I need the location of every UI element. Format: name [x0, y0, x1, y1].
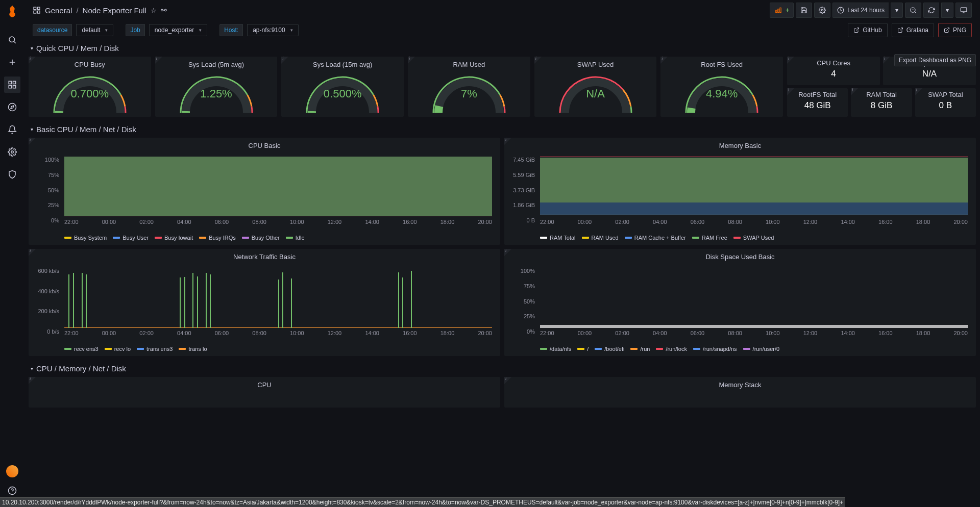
zoom-out-button[interactable] — [905, 3, 921, 18]
stat-ram_total[interactable]: i RAM Total 8 GiB — [851, 88, 912, 117]
alerting-icon[interactable] — [4, 121, 20, 138]
refresh-interval-dropdown[interactable]: ▾ — [941, 3, 953, 18]
legend-item[interactable]: /boot/efi — [595, 346, 624, 352]
svg-point-0 — [9, 37, 15, 42]
breadcrumb-dashboard[interactable]: Node Exporter Full — [83, 6, 146, 15]
svg-point-8 — [9, 104, 16, 111]
stat-swap_total[interactable]: i SWAP Total 0 B — [915, 88, 976, 117]
svg-line-30 — [946, 28, 949, 31]
dashboards-small-icon — [33, 6, 41, 14]
gauge-sys5[interactable]: i Sys Load (5m avg) 1.25% — [155, 57, 278, 117]
panel-memory-stack[interactable]: i Memory Stack — [504, 377, 976, 408]
refresh-button[interactable] — [923, 3, 939, 18]
stat-rootfs_total[interactable]: i RootFS Total 48 GiB — [787, 88, 848, 117]
panel-memory-basic[interactable]: i Memory Basic 7.45 GiB5.59 GiB3.73 GiB1… — [504, 138, 976, 245]
legend-item[interactable]: RAM Used — [582, 235, 619, 241]
svg-rect-7 — [13, 86, 16, 88]
svg-rect-15 — [34, 11, 36, 13]
legend-item[interactable]: Busy IRQs — [199, 235, 236, 241]
row-basic-cpu[interactable]: ▾Basic CPU / Mem / Net / Disk — [29, 121, 976, 138]
svg-line-1 — [14, 41, 15, 43]
panel-cpu-basic[interactable]: i CPU Basic 100%75%50%25%0% 22:0000:0002… — [29, 138, 500, 245]
legend-item[interactable]: /run — [630, 346, 650, 352]
link-png[interactable]: PNG — [938, 23, 972, 37]
var-job-select[interactable]: node_exporter — [149, 24, 207, 36]
svg-line-29 — [900, 28, 903, 31]
legend-item[interactable]: recv lo — [105, 346, 131, 352]
legend-item[interactable]: recv ens3 — [64, 346, 99, 352]
user-avatar[interactable] — [4, 463, 20, 479]
legend-item[interactable]: Idle — [286, 235, 305, 241]
gauge-rootfs[interactable]: i Root FS Used 4.94% — [660, 57, 783, 117]
add-panel-button[interactable]: + — [770, 3, 794, 18]
time-picker-dropdown[interactable]: ▾ — [891, 3, 903, 18]
svg-rect-17 — [776, 10, 777, 13]
explore-icon[interactable] — [4, 99, 20, 115]
svg-line-23 — [915, 12, 916, 13]
panel-disk-basic[interactable]: i Disk Space Used Basic 100%75%50%25%0% … — [504, 249, 976, 356]
save-button[interactable] — [796, 3, 812, 18]
dashboards-icon[interactable] — [4, 77, 20, 93]
gauge-cpu_busy[interactable]: i CPU Busy 0.700% — [29, 57, 151, 117]
legend-item[interactable]: / — [577, 346, 589, 352]
svg-rect-14 — [37, 7, 40, 10]
var-host-select[interactable]: ap-nfs:9100 — [247, 24, 298, 36]
share-icon[interactable]: ⚯ — [161, 6, 167, 14]
legend-item[interactable]: Busy User — [113, 235, 149, 241]
svg-point-20 — [822, 9, 824, 11]
gauge-sys15[interactable]: i Sys Load (15m avg) 0.500% — [281, 57, 404, 117]
settings-button[interactable] — [814, 3, 830, 18]
shield-icon[interactable] — [4, 166, 20, 183]
legend-item[interactable]: SWAP Used — [733, 235, 774, 241]
stat-cpu_cores[interactable]: i CPU Cores 4 — [787, 57, 880, 85]
link-grafana[interactable]: Grafana — [892, 23, 934, 37]
legend-item[interactable]: RAM Free — [692, 235, 727, 241]
tooltip-export-png: Export Dashboard as PNG — [894, 54, 976, 66]
legend-item[interactable]: /run/snapd/ns — [693, 346, 737, 352]
svg-point-10 — [11, 151, 14, 154]
help-icon[interactable] — [4, 483, 20, 499]
svg-rect-16 — [37, 11, 40, 13]
legend-item[interactable]: trans lo — [179, 346, 207, 352]
grafana-logo-icon[interactable] — [5, 4, 19, 18]
view-mode-button[interactable] — [955, 3, 972, 18]
svg-rect-19 — [780, 8, 781, 12]
svg-marker-9 — [11, 106, 14, 109]
star-icon[interactable]: ☆ — [151, 7, 157, 14]
panel-cpu[interactable]: i CPU — [29, 377, 500, 408]
breadcrumb-folder[interactable]: General — [45, 6, 72, 15]
svg-rect-25 — [961, 8, 967, 12]
panel-network-basic[interactable]: i Network Traffic Basic 600 kb/s400 kb/s… — [29, 249, 500, 356]
var-datasource-select[interactable]: default — [76, 24, 113, 36]
plus-icon[interactable] — [4, 54, 20, 70]
legend-item[interactable]: /run/lock — [656, 346, 687, 352]
svg-rect-18 — [778, 9, 779, 13]
legend-item[interactable]: RAM Cache + Buffer — [625, 235, 686, 241]
link-github[interactable]: GitHub — [848, 23, 887, 37]
legend-item[interactable]: Busy Iowait — [155, 235, 193, 241]
row-quick-cpu[interactable]: ▾Quick CPU / Mem / Disk — [29, 40, 976, 57]
gauge-swap[interactable]: i SWAP Used N/A — [534, 57, 657, 117]
legend-item[interactable]: Busy Other — [242, 235, 280, 241]
var-job-label: Job — [126, 24, 144, 36]
gauge-ram[interactable]: i RAM Used 7% — [408, 57, 530, 117]
legend-item[interactable]: Busy System — [64, 235, 107, 241]
row-cpu-mem-net-disk[interactable]: ▾CPU / Memory / Net / Disk — [29, 360, 976, 377]
var-host-label: Host: — [219, 24, 243, 36]
status-bar-url: 10.20.10.200:3000/render/d/rYdddlPWk/nod… — [0, 497, 845, 507]
svg-rect-5 — [13, 81, 16, 84]
legend-item[interactable]: trans ens3 — [137, 346, 173, 352]
breadcrumb: General / Node Exporter Full — [45, 6, 146, 15]
config-icon[interactable] — [4, 144, 20, 160]
legend-item[interactable]: /run/user/0 — [743, 346, 780, 352]
svg-rect-6 — [9, 86, 11, 88]
search-icon[interactable] — [4, 32, 20, 48]
legend-item[interactable]: RAM Total — [540, 235, 576, 241]
var-datasource-label: datasource — [33, 24, 72, 36]
legend-item[interactable]: /data/nfs — [540, 346, 571, 352]
svg-rect-13 — [34, 7, 36, 10]
time-picker[interactable]: Last 24 hours — [832, 3, 889, 18]
svg-rect-4 — [9, 81, 11, 84]
svg-line-28 — [856, 28, 859, 31]
